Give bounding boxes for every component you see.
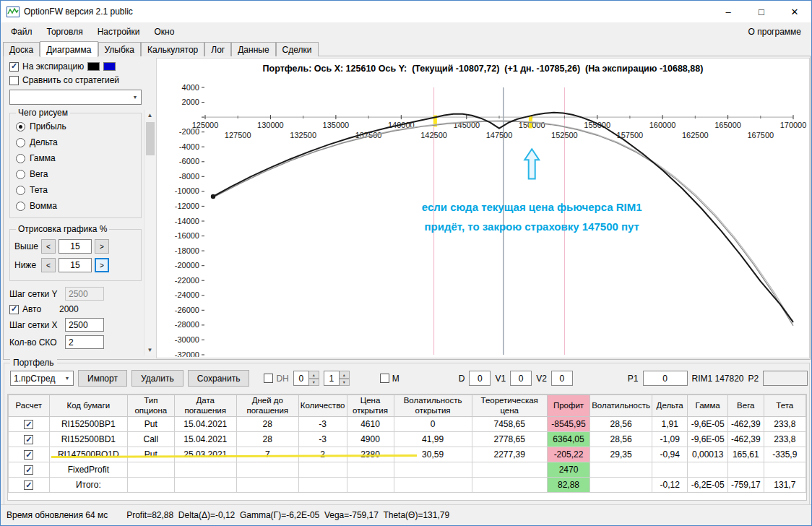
menu-settings[interactable]: Настройки	[90, 24, 147, 40]
import-button[interactable]: Импорт	[78, 370, 127, 387]
table-cell: Call	[128, 432, 175, 447]
delete-button[interactable]: Удалить	[131, 370, 183, 387]
compare-checkbox[interactable]	[9, 76, 19, 85]
sko-input[interactable]	[65, 335, 104, 349]
tab-data[interactable]: Данные	[231, 42, 275, 56]
above-decrement-button[interactable]: <	[41, 239, 56, 254]
column-header[interactable]: Тета	[764, 395, 805, 417]
row-checkbox-cell[interactable]: ✓	[9, 417, 50, 432]
radio-gamma[interactable]: Гамма	[14, 150, 137, 166]
column-header[interactable]: Дата погашения	[174, 395, 236, 417]
table-cell	[727, 462, 764, 478]
menu-window[interactable]: Окно	[147, 24, 182, 40]
table-cell: 82,88	[547, 478, 589, 493]
above-percent-input[interactable]	[59, 239, 92, 254]
expiration-color-swatch[interactable]	[87, 62, 100, 71]
row-checkbox-cell[interactable]: ✓	[9, 432, 50, 447]
dh-checkbox[interactable]	[264, 374, 273, 383]
below-decrement-button[interactable]: <	[41, 258, 56, 272]
scrollbar-thumb[interactable]	[146, 122, 155, 155]
current-color-swatch[interactable]	[103, 62, 116, 71]
column-header[interactable]: Профит	[547, 395, 589, 417]
svg-text:-12000: -12000	[175, 202, 199, 210]
table-row: ✓RI147500BO1DPut25.03.202172238030,59227…	[9, 447, 806, 462]
column-header[interactable]: Гамма	[688, 395, 728, 417]
menu-file[interactable]: Файл	[4, 24, 40, 40]
tab-smile[interactable]: Улыбка	[98, 42, 142, 56]
row-checkbox-cell[interactable]: ✓	[9, 462, 50, 478]
profit-chart[interactable]: 40002000-2000-4000-6000-8000-10000-12000…	[157, 74, 809, 357]
column-header[interactable]: Дельта	[652, 395, 688, 417]
row-checkbox-cell[interactable]: ✓	[9, 478, 50, 493]
radio-label: Гамма	[30, 153, 56, 163]
svg-text:2000: 2000	[182, 98, 199, 106]
v2-input[interactable]	[551, 371, 573, 386]
d-input[interactable]	[469, 371, 491, 386]
table-cell: -0,94	[652, 447, 688, 462]
spin-up-icon[interactable]: ▴	[309, 371, 319, 379]
table-cell	[347, 478, 394, 493]
spin-down-icon[interactable]: ▾	[340, 379, 350, 387]
tab-board[interactable]: Доска	[3, 42, 40, 56]
p1-input[interactable]	[643, 371, 688, 386]
v1-input[interactable]	[510, 371, 532, 386]
expiration-checkbox[interactable]: ✓	[9, 62, 19, 72]
d-label: D	[459, 374, 465, 384]
column-header[interactable]: Вега	[727, 395, 764, 417]
tab-log[interactable]: Лог	[204, 42, 231, 56]
radio-profit[interactable]: Прибыль	[14, 118, 137, 134]
table-cell	[590, 462, 652, 478]
dh-spinner-2-input[interactable]	[324, 371, 340, 386]
tab-deals[interactable]: Сделки	[276, 42, 319, 56]
menu-about[interactable]: О программе	[741, 24, 808, 40]
radio-vega[interactable]: Вега	[14, 166, 137, 182]
below-increment-button[interactable]: >	[95, 258, 109, 272]
table-cell: 2277,39	[472, 447, 547, 462]
radio-delta[interactable]: Дельта	[14, 134, 137, 150]
preset-combo[interactable]: 1.прСтред ▼	[10, 371, 74, 386]
m-checkbox[interactable]	[380, 374, 389, 383]
below-percent-input[interactable]	[59, 258, 92, 272]
row-checkbox-cell[interactable]: ✓	[9, 447, 50, 462]
table-cell: -3	[298, 432, 347, 447]
column-header[interactable]: Дней до погашения	[236, 395, 298, 417]
scroll-down-icon[interactable]: ▼	[147, 345, 153, 355]
column-header[interactable]: Код бумаги	[49, 395, 127, 417]
statusbar: Время обновления 64 мс Profit=82,88 Delt…	[1, 504, 811, 525]
svg-text:142500: 142500	[420, 131, 447, 139]
radio-theta[interactable]: Тета	[14, 182, 137, 198]
column-header[interactable]: Количество	[298, 395, 347, 417]
dh-spinner-1: ▴▾	[293, 371, 319, 386]
menu-trade[interactable]: Торговля	[40, 24, 90, 40]
column-header[interactable]: Волатильность открытия	[394, 395, 472, 417]
strategy-combo[interactable]: ▼	[9, 90, 142, 105]
p2-input[interactable]	[763, 371, 808, 386]
tab-calculator[interactable]: Калькулятор	[141, 42, 204, 56]
m-pair: M	[380, 374, 399, 384]
above-label: Выше	[14, 241, 38, 251]
table-cell: -9,6E-05	[688, 432, 728, 447]
grid-x-input[interactable]	[65, 318, 104, 332]
table-cell	[472, 478, 547, 493]
svg-text:-6000: -6000	[179, 157, 199, 165]
scroll-up-icon[interactable]: ▲	[147, 110, 153, 121]
dh-spinner-1-input[interactable]	[293, 371, 309, 386]
maximize-button[interactable]: □	[745, 1, 778, 22]
spin-up-icon[interactable]: ▴	[340, 371, 350, 379]
svg-text:-26000: -26000	[175, 306, 199, 314]
save-button[interactable]: Сохранить	[188, 370, 250, 387]
column-header[interactable]: Тип опциона	[128, 395, 175, 417]
column-header[interactable]: Расчет	[9, 395, 50, 417]
minimize-button[interactable]: –	[712, 1, 745, 22]
column-header[interactable]: Цена открытия	[347, 395, 394, 417]
sidebar-scrollbar[interactable]: ▲ ▼	[144, 110, 155, 355]
table-cell: -1,09	[652, 432, 688, 447]
column-header[interactable]: Теоретическая цена	[472, 395, 547, 417]
spin-down-icon[interactable]: ▾	[309, 379, 319, 387]
close-button[interactable]: ✕	[778, 1, 811, 22]
tab-diagram[interactable]: Диаграмма	[40, 41, 98, 57]
column-header[interactable]: Волатильность	[590, 395, 652, 417]
above-increment-button[interactable]: >	[95, 239, 109, 254]
radio-vomma[interactable]: Вомма	[14, 198, 137, 214]
auto-checkbox[interactable]: ✓	[9, 305, 19, 314]
